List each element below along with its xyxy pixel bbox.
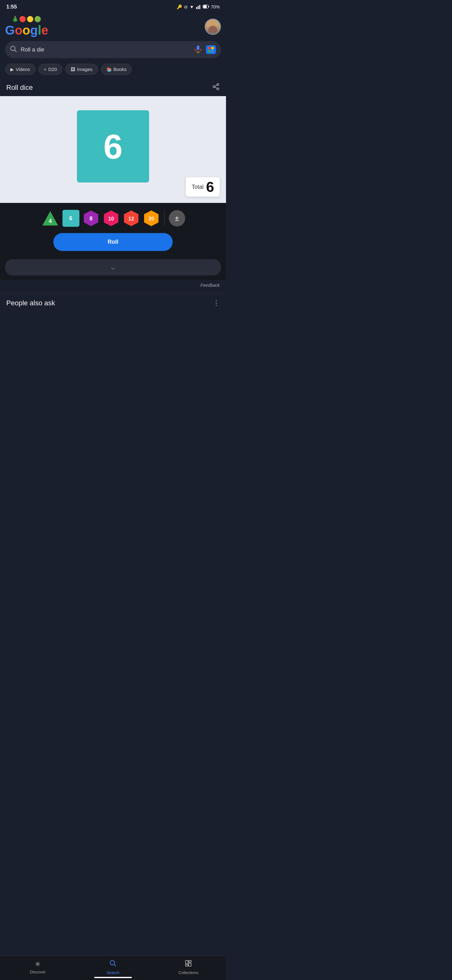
bottom-spacer — [0, 311, 226, 336]
chip-d20[interactable]: + D20 — [39, 64, 62, 75]
minus-icon: ⊖ — [184, 5, 188, 10]
battery-icon — [203, 5, 209, 10]
chip-videos[interactable]: ▶ Videos — [5, 64, 35, 75]
chip-d20-label: D20 — [48, 67, 57, 72]
logo-decoration: 🎄🔴🟡🟢 — [12, 16, 42, 22]
google-logo: 🎄🔴🟡🟢 G o o g l e — [5, 16, 48, 37]
svg-rect-5 — [203, 5, 206, 8]
avatar-image — [206, 19, 220, 34]
svg-point-15 — [217, 84, 219, 86]
die-d6-label: 6 — [69, 215, 72, 222]
svg-line-18 — [215, 88, 217, 89]
chevron-down-icon: ⌵ — [111, 264, 115, 271]
roll-dice-title: Roll dice — [6, 84, 33, 92]
logo-letters: G o o g l e — [5, 23, 48, 37]
svg-text:20: 20 — [149, 216, 154, 221]
user-avatar[interactable] — [205, 19, 221, 35]
dice-result: 6 — [103, 127, 122, 167]
die-d12[interactable]: 12 — [123, 210, 140, 227]
chip-books-label: Books — [114, 67, 127, 72]
logo-o2: o — [22, 23, 30, 37]
svg-rect-2 — [199, 5, 200, 9]
total-value: 6 — [206, 180, 214, 194]
die-custom-button[interactable]: ± — [169, 210, 185, 226]
dice-controls: 4 6 8 10 12 — [0, 203, 226, 256]
svg-rect-0 — [196, 7, 197, 9]
svg-rect-13 — [208, 50, 211, 52]
feedback-label[interactable]: Feedback — [201, 283, 220, 288]
chip-videos-label: Videos — [16, 67, 30, 72]
logo-l: l — [38, 23, 41, 37]
die-d6[interactable]: 6 — [62, 210, 79, 227]
books-chip-icon: 📚 — [106, 67, 112, 72]
signal-icon — [196, 4, 201, 10]
die-d8[interactable]: 8 — [82, 210, 100, 227]
svg-line-19 — [215, 85, 217, 86]
search-bar-container: Roll a die — [0, 41, 226, 62]
share-icon[interactable] — [212, 83, 220, 92]
filter-chips: ▶ Videos + D20 🖼 Images 📚 Books — [0, 62, 226, 78]
logo-g: G — [5, 23, 15, 37]
people-also-ask-section: People also ask ⋮ — [0, 293, 226, 307]
svg-rect-4 — [208, 6, 209, 8]
svg-point-17 — [217, 88, 219, 90]
die-d10[interactable]: 10 — [103, 210, 120, 227]
roll-button[interactable]: Roll — [53, 233, 173, 251]
images-chip-icon: 🖼 — [71, 67, 75, 72]
battery-percent: 70% — [211, 5, 220, 10]
dice-divider — [164, 210, 165, 226]
paa-header: People also ask ⋮ — [6, 299, 220, 307]
dice-display-area[interactable]: 6 Total 6 — [0, 96, 226, 203]
svg-text:12: 12 — [128, 216, 134, 221]
expand-row: ⌵ — [0, 256, 226, 280]
svg-rect-8 — [197, 46, 199, 50]
svg-text:10: 10 — [108, 216, 114, 221]
chip-images-label: Images — [77, 67, 92, 72]
dice-square[interactable]: 6 — [77, 110, 149, 183]
lens-icon[interactable] — [206, 45, 216, 54]
status-time: 1:55 — [6, 4, 17, 10]
search-bar[interactable]: Roll a die — [5, 41, 221, 58]
paa-title: People also ask — [6, 299, 55, 307]
expand-button[interactable]: ⌵ — [5, 259, 221, 275]
dice-type-row: 4 6 8 10 12 — [5, 209, 221, 228]
roll-dice-header: Roll dice — [0, 78, 226, 96]
mic-icon[interactable] — [194, 45, 202, 54]
wifi-icon: ▼ — [190, 5, 194, 10]
chip-books[interactable]: 📚 Books — [101, 64, 132, 75]
svg-rect-1 — [198, 6, 199, 9]
search-icon — [10, 46, 17, 54]
header: 🎄🔴🟡🟢 G o o g l e — [0, 13, 226, 41]
status-bar: 1:55 🔑 ⊖ ▼ 70% — [0, 0, 226, 13]
logo-o1: o — [15, 23, 22, 37]
svg-text:8: 8 — [89, 215, 92, 222]
chip-images[interactable]: 🖼 Images — [65, 64, 98, 75]
logo-g2: g — [30, 23, 38, 37]
key-icon: 🔑 — [177, 5, 182, 10]
plus-icon: ± — [175, 214, 179, 223]
search-query: Roll a die — [21, 46, 190, 53]
total-label: Total — [192, 184, 203, 190]
more-options-icon[interactable]: ⋮ — [213, 299, 220, 307]
svg-point-16 — [213, 86, 215, 88]
logo-e: e — [41, 23, 48, 37]
status-icons: 🔑 ⊖ ▼ 70% — [177, 4, 220, 10]
d20-chip-icon: + — [44, 67, 46, 72]
die-d4[interactable]: 4 — [41, 209, 59, 228]
die-d20[interactable]: 20 — [143, 210, 160, 227]
video-chip-icon: ▶ — [10, 67, 14, 72]
svg-text:4: 4 — [48, 218, 51, 224]
svg-rect-14 — [211, 50, 214, 52]
svg-line-7 — [14, 50, 16, 52]
feedback-row: Feedback — [0, 280, 226, 293]
total-badge: Total 6 — [186, 177, 220, 197]
svg-rect-12 — [211, 47, 214, 49]
svg-rect-11 — [208, 47, 211, 49]
